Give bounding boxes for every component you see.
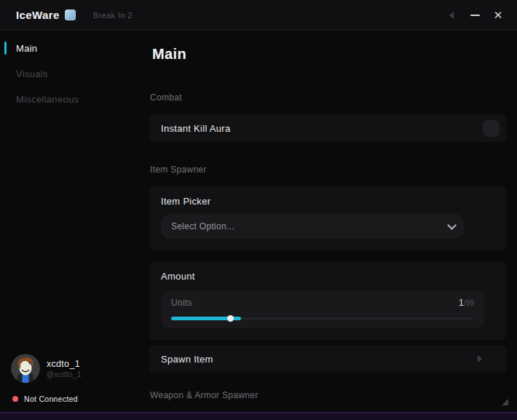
- spawn-item-label: Spawn Item: [161, 354, 213, 365]
- profile-row: xcdto_1 @xcdto_1: [0, 354, 142, 383]
- profile-names: xcdto_1 @xcdto_1: [47, 359, 82, 379]
- section-label-weapon-armor: Weapon & Armor Spawner: [150, 390, 506, 400]
- game-subtitle: Break In 2: [93, 11, 133, 20]
- sidebar-item-main[interactable]: Main: [0, 41, 142, 55]
- sidebar-item-label: Miscellaneous: [16, 94, 79, 105]
- sidebar-item-label: Visuals: [16, 68, 48, 79]
- units-row: Units 1 /99: [171, 297, 474, 308]
- chevron-left-icon: [449, 12, 454, 19]
- amount-slider[interactable]: [171, 315, 474, 322]
- close-button[interactable]: ✕: [486, 0, 510, 30]
- item-picker-label: Item Picker: [161, 196, 494, 207]
- instant-kill-aura-checkbox[interactable]: [483, 120, 500, 137]
- avatar: [11, 354, 40, 383]
- item-picker-dropdown[interactable]: Select Option...: [161, 214, 464, 239]
- minimize-icon: [470, 15, 480, 16]
- minimize-button[interactable]: [463, 0, 486, 30]
- titlebar: IceWare Break In 2 ✕: [0, 0, 517, 31]
- status-dot-icon: [12, 396, 18, 402]
- main-content: Main Combat Instant Kill Aura Item Spawn…: [142, 31, 517, 405]
- item-picker-card: Item Picker Select Option...: [149, 186, 506, 250]
- close-icon: ✕: [494, 9, 503, 20]
- profile-handle: @xcdto_1: [47, 371, 82, 379]
- dropdown-selected-value: Select Option...: [171, 221, 234, 231]
- connection-status: Not Connected: [0, 395, 142, 403]
- back-button[interactable]: [440, 0, 463, 30]
- ice-cube-icon: [65, 9, 76, 20]
- status-text: Not Connected: [24, 395, 78, 403]
- units-label: Units: [171, 298, 192, 308]
- sidebar-item-miscellaneous[interactable]: Miscellaneous: [0, 92, 142, 106]
- sidebar-item-label: Main: [16, 43, 37, 54]
- amount-max: /99: [464, 299, 474, 307]
- profile-username: xcdto_1: [47, 359, 82, 369]
- slider-thumb[interactable]: [227, 315, 234, 322]
- game-background-strip: [0, 412, 517, 420]
- app-name: IceWare: [16, 9, 60, 21]
- app-window: IceWare Break In 2 ✕ Main Visuals: [0, 0, 517, 420]
- user-profile: xcdto_1 @xcdto_1 Not Connected: [0, 354, 142, 403]
- toggle-row-instant-kill-aura[interactable]: Instant Kill Aura: [149, 114, 506, 142]
- amount-label: Amount: [161, 271, 494, 282]
- amount-card: Amount Units 1 /99: [149, 261, 506, 340]
- chevron-down-icon: [447, 221, 457, 230]
- toggle-label: Instant Kill Aura: [161, 123, 230, 134]
- units-slider-box: Units 1 /99: [161, 290, 484, 328]
- arrow-right-icon: [478, 355, 482, 362]
- section-label-combat: Combat: [150, 92, 506, 103]
- active-accent-bar: [4, 41, 7, 55]
- spawn-item-button[interactable]: Spawn Item: [149, 345, 506, 373]
- page-title: Main: [152, 46, 506, 63]
- resize-handle[interactable]: [502, 399, 508, 405]
- sidebar-nav: Main Visuals Miscellaneous: [0, 31, 142, 106]
- sidebar-item-visuals[interactable]: Visuals: [0, 66, 142, 81]
- sidebar: Main Visuals Miscellaneous: [0, 31, 142, 412]
- section-label-item-spawner: Item Spawner: [150, 165, 506, 175]
- amount-value: 1: [459, 297, 464, 308]
- window-controls: ✕: [440, 0, 517, 30]
